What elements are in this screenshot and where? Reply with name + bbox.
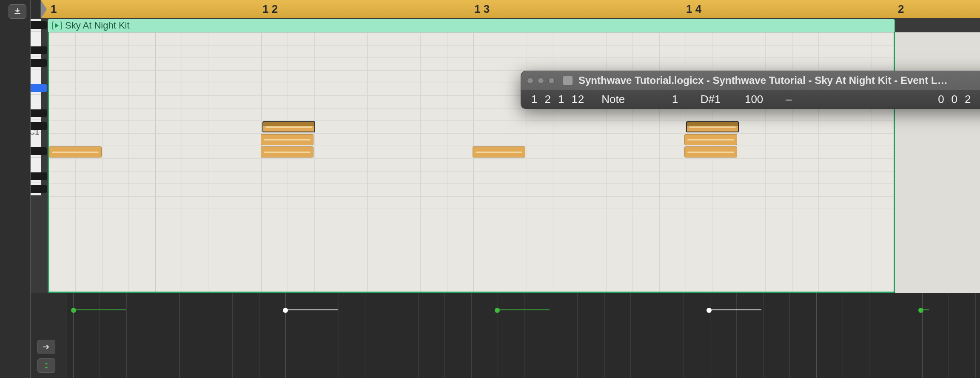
keylabel-gutter — [31, 0, 41, 18]
piano-roll-editor: 11 21 31 42 C1 Sky At Night Kit — [0, 0, 980, 378]
play-icon[interactable] — [52, 21, 62, 30]
pos-div: 1 — [558, 93, 564, 106]
main-editor: 11 21 31 42 C1 Sky At Night Kit — [31, 0, 980, 378]
ruler-row: 11 21 31 42 — [31, 0, 980, 19]
len-bar: 0 — [938, 93, 944, 106]
bar-label: 1 3 — [474, 3, 490, 16]
window-traffic-lights[interactable] — [527, 77, 555, 84]
bar-label: 1 2 — [262, 3, 278, 16]
event-length[interactable]: 0 0 2 0 — [938, 93, 980, 106]
midi-note[interactable] — [49, 146, 102, 158]
midi-note[interactable] — [684, 146, 737, 158]
download-icon — [14, 8, 21, 15]
len-beat: 0 — [952, 93, 958, 106]
sort-tool-button[interactable] — [37, 358, 55, 373]
event-velocity[interactable]: 100 — [738, 93, 763, 106]
black-key[interactable] — [31, 21, 47, 29]
zoom-icon[interactable] — [548, 77, 555, 84]
midi-note[interactable] — [686, 121, 739, 132]
sort-icon — [43, 362, 49, 369]
event-list-window[interactable]: Synthwave Tutorial.logicx - Synthwave Tu… — [521, 71, 980, 109]
event-position[interactable]: 1 2 1 12 — [531, 93, 584, 106]
minimize-icon[interactable] — [538, 77, 544, 84]
bar-label: 1 4 — [686, 3, 701, 16]
note-grid[interactable]: Sky At Night Kit — [41, 19, 980, 293]
black-key[interactable] — [31, 185, 47, 193]
pos-beat: 2 — [544, 93, 551, 106]
len-div: 2 — [965, 93, 971, 106]
velocity-lane — [31, 293, 980, 378]
black-key[interactable] — [31, 109, 47, 117]
midi-note[interactable] — [684, 134, 737, 145]
event-sep: – — [780, 93, 797, 106]
left-palette — [0, 0, 5, 378]
event-row[interactable]: 1 2 1 12 Note 1 D#1 100 – 0 0 2 0 — [521, 90, 980, 109]
piano-keys[interactable]: C1 — [31, 19, 41, 195]
pos-tick: 12 — [571, 93, 584, 106]
region-header[interactable]: Sky At Night Kit — [48, 19, 895, 32]
event-window-title: Synthwave Tutorial.logicx - Synthwave Tu… — [578, 74, 948, 86]
region-name: Sky At Night Kit — [65, 20, 130, 31]
black-key[interactable] — [31, 59, 47, 67]
download-tool-button[interactable] — [9, 4, 26, 19]
bar-label: 2 — [898, 3, 904, 16]
app-icon — [563, 76, 573, 85]
velocity-tool-column — [31, 293, 66, 378]
event-pitch[interactable]: D#1 — [695, 93, 721, 106]
selected-key-highlight — [31, 84, 47, 92]
midi-note[interactable] — [473, 146, 525, 158]
black-key[interactable] — [31, 122, 47, 130]
black-key[interactable] — [31, 147, 47, 155]
midi-note[interactable] — [261, 134, 313, 145]
velocity-grid[interactable] — [66, 293, 980, 378]
tool-column — [5, 0, 31, 378]
close-icon[interactable] — [527, 77, 533, 84]
event-window-titlebar[interactable]: Synthwave Tutorial.logicx - Synthwave Tu… — [521, 71, 980, 90]
black-key[interactable] — [31, 46, 47, 54]
automation-tool-button[interactable] — [37, 340, 55, 354]
event-channel[interactable]: 1 — [652, 93, 678, 106]
event-type: Note — [601, 93, 635, 106]
black-key[interactable] — [31, 172, 47, 180]
bar-label: 1 — [51, 3, 57, 16]
bar-ruler[interactable]: 11 21 31 42 — [41, 0, 980, 18]
redo-icon — [43, 344, 50, 350]
pos-bar: 1 — [531, 93, 538, 106]
note-grid-row: C1 Sky At Night Kit — [31, 19, 980, 293]
midi-note[interactable] — [262, 121, 315, 132]
midi-note[interactable] — [261, 146, 313, 158]
